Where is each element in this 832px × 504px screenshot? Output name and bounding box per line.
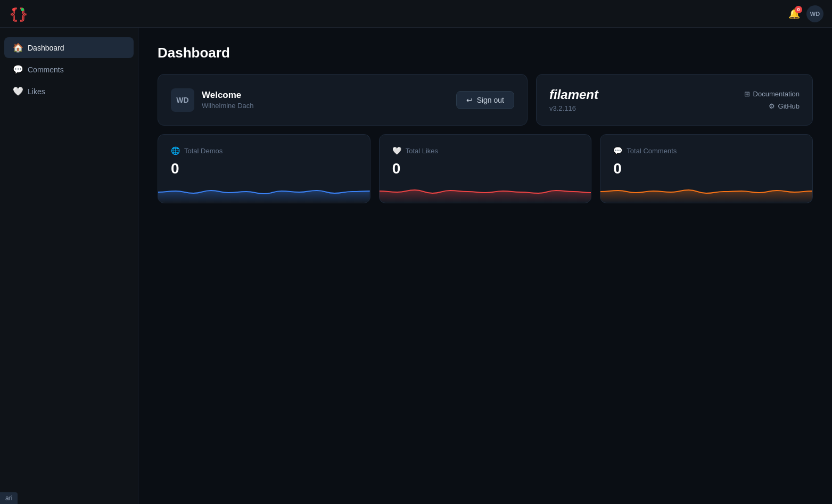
notification-badge: 0 <box>795 6 802 13</box>
page-title: Dashboard <box>158 45 813 61</box>
sidebar-label-dashboard: Dashboard <box>28 44 64 52</box>
info-cards-row: WD Welcome Wilhelmine Dach ↩ Sign out fi… <box>158 74 813 126</box>
stat-header-comments: 💬 Total Comments <box>613 146 800 155</box>
logo-icon: { } <box>9 4 28 23</box>
welcome-card: WD Welcome Wilhelmine Dach ↩ Sign out <box>158 74 528 126</box>
signout-button[interactable]: ↩ Sign out <box>456 91 514 109</box>
stat-label-comments: Total Comments <box>627 147 677 155</box>
sidebar-label-likes: Likes <box>28 87 45 96</box>
main-content: Dashboard WD Welcome Wilhelmine Dach ↩ S… <box>138 28 832 504</box>
github-icon: ⚙ <box>769 102 775 110</box>
home-icon: 🏠 <box>13 43 22 53</box>
tooltip-bar: ari <box>0 492 18 504</box>
stat-chart-likes <box>380 176 591 203</box>
stat-chart-comments <box>600 176 812 203</box>
stat-icon-likes: 🤍 <box>392 146 401 155</box>
welcome-avatar: WD <box>171 88 194 112</box>
signout-icon: ↩ <box>466 96 473 104</box>
documentation-icon: ⊞ <box>744 90 750 98</box>
stat-icon-demos: 🌐 <box>171 146 180 155</box>
stat-icon-comments: 💬 <box>613 146 622 155</box>
filament-info: filament v3.2.116 <box>549 87 598 112</box>
stat-card-comments: 💬 Total Comments 0 <box>600 134 813 203</box>
stat-value-likes: 0 <box>392 160 579 177</box>
welcome-left: WD Welcome Wilhelmine Dach <box>171 88 254 112</box>
stat-header-likes: 🤍 Total Likes <box>392 146 579 155</box>
stat-value-demos: 0 <box>171 160 357 177</box>
notifications-button[interactable]: 🔔 0 <box>788 8 800 20</box>
documentation-link[interactable]: ⊞ Documentation <box>744 90 800 98</box>
welcome-username: Wilhelmine Dach <box>202 102 254 110</box>
stat-label-likes: Total Likes <box>406 147 438 155</box>
sidebar: 🏠 Dashboard 💬 Comments 🤍 Likes <box>0 28 138 504</box>
sidebar-item-likes[interactable]: 🤍 Likes <box>4 81 134 102</box>
filament-card: filament v3.2.116 ⊞ Documentation ⚙ GitH… <box>536 74 813 126</box>
svg-point-2 <box>12 8 15 11</box>
stat-label-demos: Total Demos <box>184 147 223 155</box>
stat-card-demos: 🌐 Total Demos 0 <box>158 134 370 203</box>
sidebar-label-comments: Comments <box>28 65 64 74</box>
svg-text:}: } <box>19 6 28 22</box>
stat-card-likes: 🤍 Total Likes 0 <box>379 134 592 203</box>
layout: 🏠 Dashboard 💬 Comments 🤍 Likes Dashboard… <box>0 28 832 504</box>
stat-chart-demos <box>158 176 370 203</box>
github-link[interactable]: ⚙ GitHub <box>769 102 800 110</box>
stats-row: 🌐 Total Demos 0 🤍 Total Likes 0 <box>158 134 813 203</box>
stat-value-comments: 0 <box>613 160 800 177</box>
sidebar-item-dashboard[interactable]: 🏠 Dashboard <box>4 37 134 58</box>
topnav-right: 🔔 0 WD <box>788 5 823 22</box>
github-label: GitHub <box>778 102 800 110</box>
svg-point-3 <box>21 8 24 11</box>
filament-version: v3.2.116 <box>549 104 598 112</box>
logo[interactable]: { } <box>9 4 28 23</box>
user-avatar[interactable]: WD <box>806 5 823 22</box>
sidebar-item-comments[interactable]: 💬 Comments <box>4 59 134 80</box>
documentation-label: Documentation <box>753 90 800 98</box>
filament-name: filament <box>549 87 598 102</box>
signout-label: Sign out <box>477 96 504 104</box>
filament-links: ⊞ Documentation ⚙ GitHub <box>744 90 800 110</box>
topnav: { } 🔔 0 WD <box>0 0 832 28</box>
welcome-text: Welcome Wilhelmine Dach <box>202 90 254 110</box>
welcome-greeting: Welcome <box>202 90 254 101</box>
stat-header-demos: 🌐 Total Demos <box>171 146 357 155</box>
likes-icon: 🤍 <box>13 86 22 96</box>
comments-icon: 💬 <box>13 64 22 75</box>
